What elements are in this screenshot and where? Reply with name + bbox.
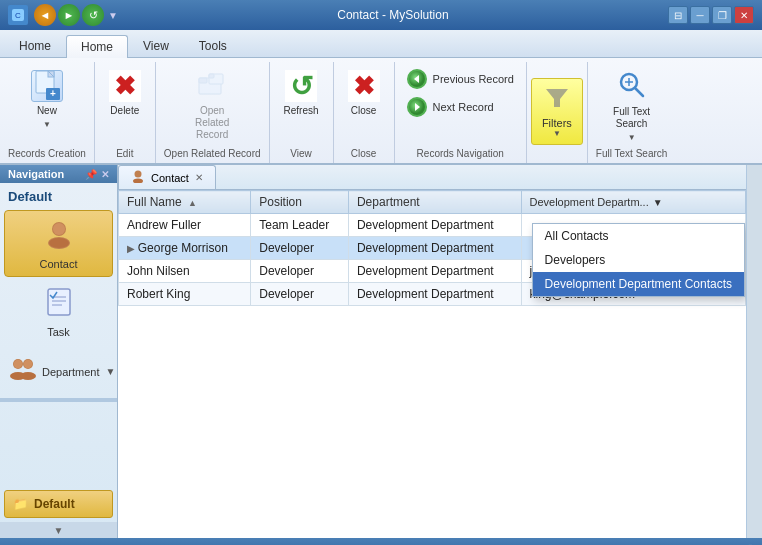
close-icon: ✖: [348, 70, 380, 102]
close-button[interactable]: ✖ Close: [342, 66, 386, 121]
filter-option-developers[interactable]: Developers: [533, 248, 744, 272]
svg-rect-24: [48, 289, 70, 315]
right-scrollbar[interactable]: [746, 165, 762, 538]
sidebar-item-department[interactable]: Department ▼: [4, 348, 113, 394]
filter-header-content: Development Departm... ▼: [530, 196, 738, 208]
col-filter-header[interactable]: Development Departm... ▼ All Contacts De…: [521, 191, 746, 214]
filters-dropdown-arrow: ▼: [553, 129, 561, 138]
svg-rect-8: [199, 78, 207, 83]
data-table: Full Name ▲ Position Department De: [118, 190, 746, 306]
ribbon-group-filters: Filters ▼: [527, 62, 588, 163]
restore-down-button[interactable]: ⊟: [668, 6, 688, 24]
filter-option-devdept[interactable]: Development Department Contacts: [533, 272, 744, 296]
ribbon-group-content-nav: Previous Record Next Record: [399, 66, 522, 146]
fulltext-search-icon: [617, 70, 647, 103]
content-area: Contact ✕ Full Name ▲ Position: [118, 165, 746, 538]
nav-arrows: ◄ ► ↺ ▼: [34, 4, 118, 26]
ribbon-group-close: ✖ Close Close: [334, 62, 395, 163]
tab-home[interactable]: Home: [4, 34, 66, 57]
records-creation-label: Records Creation: [8, 146, 86, 163]
edit-label: Edit: [103, 146, 147, 163]
fulltext-group-label: Full Text Search: [596, 146, 668, 163]
cell-fullname-2: ▶ George Morrison: [119, 237, 251, 260]
filter-header-arrow[interactable]: ▼: [653, 197, 663, 208]
ribbon-group-fulltext: Full TextSearch ▼ Full Text Search: [588, 62, 676, 163]
col-fullname-label: Full Name: [127, 195, 182, 209]
app-dropdown-button[interactable]: ▼: [108, 4, 118, 26]
forward-button[interactable]: ►: [58, 4, 80, 26]
open-related-button[interactable]: Open Related Record: [181, 66, 243, 145]
window-title: Contact - MySolution: [118, 8, 668, 22]
col-position[interactable]: Position: [251, 191, 349, 214]
content-tab-close-button[interactable]: ✕: [195, 172, 203, 183]
close-button-label: Close: [351, 105, 377, 117]
col-fullname[interactable]: Full Name ▲: [119, 191, 251, 214]
fulltext-search-button[interactable]: Full TextSearch ▼: [605, 66, 658, 146]
cell-department-3: Development Department: [348, 260, 521, 283]
sidebar-pin-button[interactable]: 📌: [85, 169, 97, 180]
tab-home-active[interactable]: Home: [66, 35, 128, 58]
next-record-button[interactable]: Next Record: [399, 94, 502, 120]
main-area: Navigation 📌 ✕ Default Contact: [0, 165, 762, 538]
cell-department-2: Development Department: [348, 237, 521, 260]
svg-point-22: [53, 223, 65, 235]
ribbon-group-view: ↺ Refresh View: [270, 62, 334, 163]
table-container: Full Name ▲ Position Department De: [118, 190, 746, 538]
svg-point-29: [14, 360, 22, 368]
content-tab-contact[interactable]: Contact ✕: [118, 165, 216, 189]
back-button[interactable]: ◄: [34, 4, 56, 26]
sidebar-item-contact[interactable]: Contact: [4, 210, 113, 277]
ribbon-group-content-fulltext: Full TextSearch ▼: [605, 66, 658, 146]
department-icon: [8, 354, 36, 388]
cell-department-4: Development Department: [348, 283, 521, 306]
previous-record-button[interactable]: Previous Record: [399, 66, 522, 92]
next-record-label: Next Record: [433, 101, 494, 113]
window-controls: ⊟ ─ ❐ ✕: [668, 6, 754, 24]
tab-tools[interactable]: Tools: [184, 34, 242, 57]
svg-rect-10: [209, 74, 214, 78]
new-button[interactable]: + New ▼: [25, 66, 69, 133]
svg-point-34: [135, 171, 142, 178]
content-tab-icon: [131, 169, 145, 186]
ribbon-tabs: Home Home View Tools: [0, 30, 762, 58]
new-icon: +: [31, 70, 63, 102]
table-header-row: Full Name ▲ Position Department De: [119, 191, 746, 214]
sidebar-item-task[interactable]: Task: [4, 281, 113, 344]
open-related-icon: [196, 70, 228, 102]
col-department[interactable]: Department: [348, 191, 521, 214]
sidebar-bottom-default[interactable]: 📁 Default: [4, 490, 113, 518]
delete-icon: ✖: [109, 70, 141, 102]
view-label: View: [278, 146, 325, 163]
refresh-icon: ↺: [285, 70, 317, 102]
content-tab-label: Contact: [151, 172, 189, 184]
sidebar-scroll-down[interactable]: ▼: [0, 522, 117, 538]
sidebar-section-default: Default: [0, 183, 117, 208]
ribbon-group-content-close: ✖ Close: [342, 66, 386, 146]
tab-view[interactable]: View: [128, 34, 184, 57]
refresh-button[interactable]: ↺ Refresh: [278, 66, 325, 121]
ribbon-group-records-creation: + New ▼ Records Creation: [0, 62, 95, 163]
next-record-icon: [407, 97, 427, 117]
title-bar-left: C ◄ ► ↺ ▼: [8, 4, 118, 26]
sidebar-header-controls: 📌 ✕: [85, 169, 109, 180]
minimize-button[interactable]: ─: [690, 6, 710, 24]
department-expand-arrow[interactable]: ▼: [105, 366, 115, 377]
ribbon-group-edit: ✖ Delete Edit: [95, 62, 156, 163]
close-window-button[interactable]: ✕: [734, 6, 754, 24]
cell-fullname-1: Andrew Fuller: [119, 214, 251, 237]
ribbon-group-open-related: Open Related Record Open Related Record: [156, 62, 270, 163]
filters-label: Filters: [542, 117, 572, 129]
sidebar-close-button[interactable]: ✕: [101, 169, 109, 180]
ribbon-group-content-edit: ✖ Delete: [103, 66, 147, 146]
app-refresh-button[interactable]: ↺: [82, 4, 104, 26]
filters-btn-wrap: Filters ▼: [531, 66, 583, 157]
filters-icon: [544, 85, 570, 117]
delete-button[interactable]: ✖ Delete: [103, 66, 147, 121]
filter-option-all[interactable]: All Contacts: [533, 224, 744, 248]
cell-position-4: Developer: [251, 283, 349, 306]
task-icon: [44, 287, 74, 324]
status-bar: User: DOMAIN\SampleUser ▐: [0, 538, 762, 545]
filters-button[interactable]: Filters ▼: [531, 78, 583, 145]
maximize-button[interactable]: ❐: [712, 6, 732, 24]
sidebar-title: Navigation: [8, 168, 64, 180]
